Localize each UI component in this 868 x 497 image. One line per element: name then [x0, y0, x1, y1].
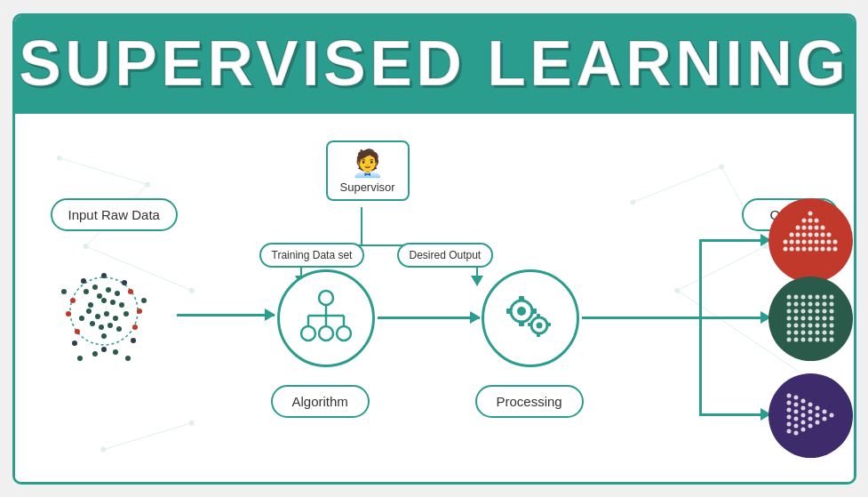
output-dots-2	[773, 281, 848, 357]
input-raw-data-label: Input Raw Data	[51, 198, 178, 231]
svg-point-170	[786, 407, 791, 412]
svg-point-165	[829, 337, 833, 341]
svg-point-102	[814, 239, 818, 244]
svg-point-101	[808, 239, 812, 244]
svg-point-171	[786, 414, 791, 419]
svg-point-49	[72, 341, 77, 346]
svg-point-21	[92, 285, 98, 290]
svg-point-123	[829, 294, 833, 299]
header: SUPERVISED LEARNING	[15, 16, 854, 114]
svg-point-149	[815, 323, 819, 327]
svg-point-109	[801, 246, 806, 251]
svg-point-138	[786, 316, 791, 320]
svg-rect-73	[506, 309, 511, 314]
svg-point-152	[786, 330, 791, 334]
supervisor-box: 🧑‍💼 Supervisor	[326, 140, 410, 201]
svg-point-136	[822, 309, 826, 313]
supervisor-label: Supervisor	[340, 180, 395, 194]
svg-point-43	[132, 325, 138, 330]
svg-point-156	[815, 330, 819, 334]
svg-point-94	[814, 232, 818, 236]
svg-point-122	[822, 294, 826, 299]
main-container: SUPERVISED LEARNING Input Raw D	[12, 13, 856, 485]
svg-point-84	[814, 218, 818, 222]
svg-point-147	[800, 323, 805, 327]
svg-point-187	[808, 416, 812, 421]
svg-point-98	[789, 239, 793, 244]
svg-point-135	[815, 309, 819, 313]
svg-point-154	[800, 330, 805, 334]
svg-point-148	[808, 323, 812, 327]
output-circle-2	[768, 277, 853, 361]
svg-point-186	[808, 409, 812, 413]
svg-point-162	[808, 337, 812, 341]
arrow-to-output-3	[699, 413, 770, 416]
svg-point-155	[808, 330, 812, 334]
svg-point-10	[188, 420, 194, 425]
svg-point-119	[800, 294, 805, 299]
svg-rect-74	[532, 309, 537, 314]
output-circle-1	[768, 198, 853, 283]
svg-point-86	[801, 225, 806, 229]
svg-point-93	[808, 232, 812, 236]
svg-point-153	[793, 330, 798, 334]
svg-point-52	[141, 298, 147, 303]
svg-rect-78	[547, 323, 551, 326]
svg-point-130	[829, 301, 833, 306]
svg-point-29	[123, 311, 129, 317]
arrow-processing-to-split	[582, 317, 700, 319]
svg-point-106	[783, 246, 787, 251]
svg-point-57	[125, 356, 131, 361]
svg-point-177	[793, 416, 798, 421]
svg-point-23	[106, 287, 111, 293]
svg-point-178	[793, 423, 798, 428]
svg-point-126	[800, 301, 805, 306]
svg-point-91	[795, 232, 800, 236]
svg-point-92	[801, 232, 806, 236]
output-circle-3	[768, 373, 853, 458]
svg-point-85	[795, 225, 800, 229]
svg-point-189	[815, 405, 819, 410]
svg-point-141	[808, 316, 812, 320]
arrow-to-output-1	[699, 239, 770, 242]
svg-point-105	[832, 239, 837, 244]
arrow-scatter-to-algorithm	[177, 314, 275, 317]
processing-icon	[497, 285, 563, 351]
svg-point-120	[808, 294, 812, 299]
svg-point-151	[829, 323, 833, 327]
svg-point-104	[826, 239, 831, 244]
scatter-plot	[37, 238, 175, 385]
svg-point-110	[808, 246, 812, 251]
svg-point-124	[786, 301, 791, 306]
svg-point-44	[66, 311, 71, 317]
svg-rect-75	[537, 314, 540, 317]
svg-point-111	[814, 246, 818, 251]
svg-point-36	[99, 325, 104, 330]
svg-line-16	[677, 246, 765, 291]
svg-point-31	[104, 311, 109, 317]
desired-arrow-head	[471, 276, 483, 286]
svg-point-82	[801, 218, 806, 222]
svg-point-34	[79, 316, 84, 321]
svg-point-107	[789, 246, 793, 251]
svg-rect-167	[773, 378, 848, 453]
output-dots-3	[773, 378, 848, 453]
svg-point-96	[826, 232, 831, 236]
svg-point-25	[110, 300, 115, 305]
arrow-to-output-2	[699, 317, 770, 319]
svg-point-108	[795, 246, 800, 251]
desired-output-label: Desired Output	[397, 243, 494, 268]
svg-point-100	[801, 239, 806, 244]
arrow-algorithm-to-processing	[378, 317, 480, 319]
svg-point-176	[793, 409, 798, 413]
svg-point-53	[61, 289, 67, 294]
svg-point-159	[786, 337, 791, 341]
svg-rect-77	[528, 323, 531, 326]
content-area: Input Raw Data	[15, 114, 854, 485]
svg-point-47	[122, 280, 127, 285]
svg-rect-72	[519, 322, 524, 326]
svg-point-190	[815, 413, 819, 417]
svg-rect-71	[519, 296, 524, 301]
svg-point-163	[815, 337, 819, 341]
output-dots-1	[773, 203, 848, 278]
